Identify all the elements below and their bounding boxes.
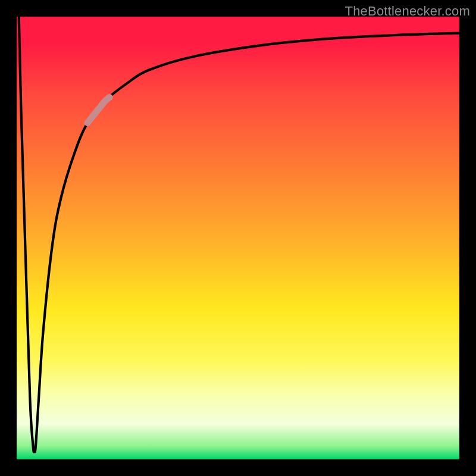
chart-plot-area	[17, 17, 459, 459]
curve-path	[19, 17, 459, 452]
curve-highlight	[87, 97, 109, 123]
bottleneck-curve	[17, 17, 459, 459]
chart-frame: TheBottlenecker.com	[0, 0, 476, 476]
attribution-label: TheBottlenecker.com	[345, 4, 470, 19]
